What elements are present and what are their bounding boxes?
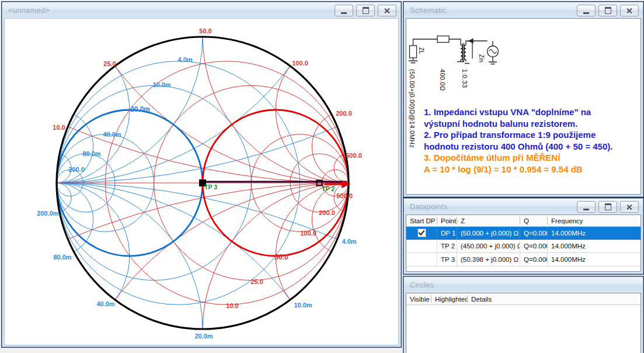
smith-window-titlebar[interactable]: <unnamed> — [2, 2, 401, 18]
close-button[interactable] — [378, 5, 396, 16]
datapoints-window: Datapoints Start DP Point Z Q Frequency … — [403, 198, 644, 275]
grid-value-label: 4.0m — [342, 238, 356, 245]
instruction-line: 3. Dopočítáme útlum při MĚŘENÍ — [424, 152, 640, 164]
point-cell: TP 2 — [437, 240, 457, 253]
minimize-icon — [583, 12, 589, 14]
point-label: TP 3 — [204, 184, 217, 191]
z-cell: (450.000 + j0.000) Ω — [457, 240, 520, 253]
minimize-button[interactable] — [577, 201, 596, 213]
q-cell: Q=0.000 — [520, 227, 548, 240]
maximize-button[interactable] — [598, 201, 617, 213]
schematic-window-title: Schematic — [410, 6, 447, 15]
resistor-value-label: 400.0Ω — [439, 69, 446, 91]
circles-header-row: Visible Highlighted Details — [406, 293, 640, 305]
grid-value-label: 10.0 — [226, 302, 238, 309]
datapoints-window-title: Datapoints — [410, 202, 447, 211]
grid-value-label: 80.0m — [82, 150, 100, 157]
grid-value-label: 50.0 — [199, 27, 211, 34]
column-header: Details — [468, 295, 640, 303]
grid-value-label: 500.0 — [346, 152, 362, 159]
transformer-primary — [461, 45, 462, 60]
grid-value-label: 100.0 — [292, 60, 308, 67]
smith-chart-client: 10.025.050.0100.0200.0500.0500.0200.0100… — [4, 18, 399, 345]
grid-value-label: 40.0m — [103, 131, 121, 138]
instruction-line: výstupní hodnotu balunu rezistorem. — [424, 118, 640, 130]
circles-window-titlebar[interactable]: Circles — [404, 277, 643, 292]
smith-chart-svg — [5, 19, 398, 345]
minimize-icon — [583, 209, 589, 210]
frequency-cell: 14.000MHz — [548, 240, 640, 253]
table-row-dp1[interactable]: DP 1 (50.000 + j0.000) Ω Q=0.000 14.000M… — [406, 227, 640, 240]
instruction-line: 1. Impedanci vstupu VNA "doplníme" na — [424, 106, 640, 118]
column-header: Visible — [406, 295, 431, 303]
table-row-tp2[interactable]: TP 2 (450.000 + j0.000) Ω Q=0.000 14.000… — [406, 240, 640, 254]
minimize-icon — [341, 12, 347, 14]
zin-label: Zin — [478, 54, 485, 63]
close-icon — [626, 204, 633, 210]
datapoints-table: Start DP Point Z Q Frequency DP 1 (50.00… — [406, 215, 640, 267]
circles-client: Visible Highlighted Details — [406, 293, 641, 353]
q-cell: Q=0.000 — [520, 253, 548, 266]
column-header: Z — [457, 217, 520, 224]
grid-value-label: 80.0m — [53, 254, 71, 261]
grid-value-label: 200.0 — [336, 110, 352, 117]
transformer-secondary — [464, 45, 466, 60]
column-header: Start DP — [406, 217, 437, 224]
point-cell: TP 3 — [437, 253, 457, 266]
datapoints-window-titlebar[interactable]: Datapoints — [404, 199, 643, 214]
minimize-button[interactable] — [335, 5, 353, 16]
circuit-diagram: ZL Zin — [406, 33, 511, 89]
z-cell: (50.398 + j0.000) Ω — [457, 253, 520, 266]
grid-value-label: 200.0m — [37, 210, 58, 217]
circles-table: Visible Highlighted Details — [406, 293, 640, 305]
grid-value-label: 4.0m — [177, 56, 192, 63]
schematic-window-titlebar[interactable]: Schematic — [404, 2, 643, 18]
instruction-line: hodnotu rezistoru 400 Ohmů (400 + 50 = 4… — [424, 141, 640, 153]
grid-value-label: 50.0 — [274, 253, 288, 261]
grid-value-label: 500.0 — [336, 192, 353, 199]
maximize-icon — [605, 7, 611, 14]
column-header: Frequency — [548, 217, 640, 224]
grid-value-label: 25.0 — [250, 278, 263, 285]
grid-value-label: 10.0m — [152, 81, 170, 88]
column-header: Point — [437, 217, 457, 224]
transformer-core — [463, 43, 464, 61]
close-icon — [626, 8, 633, 14]
grid-value-label: 200.0 — [319, 209, 335, 216]
grid-value-label: 100.0 — [300, 230, 316, 237]
maximize-button[interactable] — [598, 5, 617, 16]
frequency-cell: 14.000MHz — [548, 227, 640, 240]
close-button[interactable] — [620, 5, 639, 16]
grid-value-label: 20.0m — [194, 333, 213, 340]
desktop: { "smith_window": { "title": "<unnamed>"… — [0, 0, 644, 353]
close-icon — [384, 8, 391, 14]
maximize-button[interactable] — [356, 5, 375, 16]
instruction-line: A = 10 * log (9/1) = 10 * 0.954 = 9.54 d… — [424, 164, 640, 175]
close-button[interactable] — [620, 201, 639, 213]
grid-value-label: 10.0 — [53, 124, 65, 131]
maximize-icon — [363, 7, 369, 14]
datapoints-header-row: Start DP Point Z Q Frequency — [406, 215, 640, 227]
instructions-text: 1. Impedanci vstupu VNA "doplníme" na vý… — [424, 106, 640, 175]
circles-window-title: Circles — [410, 281, 434, 289]
zin-arrow — [469, 39, 473, 43]
start-dp-checkbox[interactable] — [417, 229, 426, 237]
schematic-client: ZL Zin (50.00+j0.00)Ω@14.0MHz 400.0Ω 1:0… — [406, 18, 641, 195]
z-cell: (50.000 + j0.000) Ω — [457, 227, 520, 240]
smith-chart-window: <unnamed> — [1, 1, 402, 348]
maximize-icon — [605, 203, 611, 210]
q-cell: Q=0.000 — [520, 240, 548, 253]
grid-value-label: 40.0m — [96, 300, 114, 307]
transformer-ratio-label: 1:0.33 — [461, 69, 468, 88]
series-resistor-symbol — [437, 36, 449, 43]
table-row-tp3[interactable]: TP 3 (50.398 + j0.000) Ω Q=0.000 14.000M… — [406, 253, 640, 267]
load-resistor-symbol — [410, 46, 417, 58]
smith-window-title: <unnamed> — [8, 6, 50, 15]
smith-chart-canvas[interactable]: 10.025.050.0100.0200.0500.0500.0200.0100… — [5, 19, 398, 345]
minimize-button[interactable] — [577, 5, 596, 16]
point-label: TP 2 — [322, 185, 335, 192]
grid-value-label: 20.0m — [130, 105, 150, 113]
datapoints-client: Start DP Point Z Q Frequency DP 1 (50.00… — [406, 214, 641, 272]
instruction-line: 2. Pro případ transformace 1:9 použijeme — [424, 129, 640, 141]
load-value-label: (50.00+j0.00)Ω@14.0MHz — [409, 69, 416, 148]
